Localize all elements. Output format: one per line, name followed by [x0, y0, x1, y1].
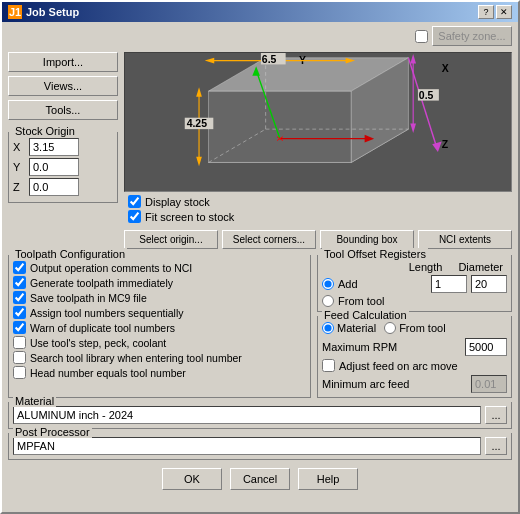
- y-label: Y: [13, 161, 25, 173]
- tools-button[interactable]: Tools...: [8, 100, 118, 120]
- safety-zone-button[interactable]: Safety zone...: [432, 26, 512, 46]
- add-radio[interactable]: [322, 278, 334, 290]
- svg-text:Z: Z: [442, 139, 449, 150]
- toolpath-checkbox-2[interactable]: [13, 291, 26, 304]
- toolpath-item-6: Search tool library when entering tool n…: [13, 351, 306, 364]
- material-group-label: Material: [13, 395, 56, 407]
- from-tool-feed-label: From tool: [399, 322, 445, 334]
- nci-extents-button[interactable]: NCI extents: [418, 230, 512, 249]
- from-tool-feed-radio[interactable]: [384, 322, 396, 334]
- toolpath-checkbox-7[interactable]: [13, 366, 26, 379]
- toolpath-item-label-3: Assign tool numbers sequentially: [30, 307, 184, 319]
- feed-radio-row: Material From tool: [322, 322, 507, 334]
- fit-screen-checkbox[interactable]: [128, 210, 141, 223]
- x-input[interactable]: [29, 138, 79, 156]
- length-input[interactable]: [431, 275, 467, 293]
- x-coord-row: X: [13, 138, 113, 156]
- adjust-feed-label: Adjust feed on arc move: [339, 360, 458, 372]
- z-label: Z: [13, 181, 25, 193]
- fit-screen-label: Fit screen to stock: [145, 211, 234, 223]
- feed-calc-group: Feed Calculation Material From tool Maxi…: [317, 316, 512, 398]
- toolpath-item-7: Head number equals tool number: [13, 366, 306, 379]
- select-corners-button[interactable]: Select corners...: [222, 230, 316, 249]
- safety-zone-checkbox[interactable]: [415, 30, 428, 43]
- toolpath-checkbox-3[interactable]: [13, 306, 26, 319]
- right-configs: Tool Offset Registers Length Diameter Ad…: [317, 255, 512, 398]
- toolpath-checkbox-1[interactable]: [13, 276, 26, 289]
- app-icon: J1: [8, 5, 22, 19]
- toolpath-item-label-2: Save toolpath in MC9 file: [30, 292, 147, 304]
- main-content: Import... Views... Tools... Stock Origin…: [2, 46, 518, 255]
- bounding-box-button[interactable]: Bounding box: [320, 230, 414, 249]
- material-input[interactable]: [13, 406, 481, 424]
- select-origin-button[interactable]: Select origin...: [124, 230, 218, 249]
- title-bar-left: J1 Job Setup: [8, 5, 79, 19]
- svg-text:X: X: [442, 63, 449, 74]
- toolpath-item-label-5: Use tool's step, peck, coolant: [30, 337, 166, 349]
- adjust-feed-checkbox[interactable]: [322, 359, 335, 372]
- toolpath-checkbox-4[interactable]: [13, 321, 26, 334]
- max-rpm-label: Maximum RPM: [322, 341, 397, 353]
- offset-headers: Length Diameter: [322, 261, 507, 273]
- toolpath-checkbox-6[interactable]: [13, 351, 26, 364]
- fit-screen-row: Fit screen to stock: [128, 210, 512, 223]
- material-input-row: ...: [13, 406, 507, 424]
- toolpath-item-1: Generate toolpath immediately: [13, 276, 306, 289]
- material-label: Material: [337, 322, 376, 334]
- length-header: Length: [409, 261, 443, 273]
- tool-offset-label: Tool Offset Registers: [322, 248, 428, 260]
- tool-offset-group: Tool Offset Registers Length Diameter Ad…: [317, 255, 512, 312]
- material-dots-button[interactable]: ...: [485, 406, 507, 424]
- display-stock-checkbox[interactable]: [128, 195, 141, 208]
- material-radio[interactable]: [322, 322, 334, 334]
- toolpath-checkbox-0[interactable]: [13, 261, 26, 274]
- ok-button[interactable]: OK: [162, 468, 222, 490]
- svg-text:4.25: 4.25: [187, 118, 208, 129]
- toolpath-checkbox-5[interactable]: [13, 336, 26, 349]
- max-rpm-input[interactable]: [465, 338, 507, 356]
- display-stock-row: Display stock: [128, 195, 512, 208]
- toolpath-items: Output operation comments to NCIGenerate…: [13, 261, 306, 379]
- z-coord-row: Z: [13, 178, 113, 196]
- two-col-section: Toolpath Configuration Output operation …: [8, 255, 512, 398]
- min-arc-row: Minimum arc feed: [322, 375, 507, 393]
- cancel-button[interactable]: Cancel: [230, 468, 290, 490]
- import-button[interactable]: Import...: [8, 52, 118, 72]
- toolpath-config-label: Toolpath Configuration: [13, 248, 127, 260]
- help-title-btn[interactable]: ?: [478, 5, 494, 19]
- toolpath-item-0: Output operation comments to NCI: [13, 261, 306, 274]
- views-button[interactable]: Views...: [8, 76, 118, 96]
- toolpath-item-3: Assign tool numbers sequentially: [13, 306, 306, 319]
- post-processor-input[interactable]: [13, 437, 481, 455]
- title-buttons: ? ✕: [478, 5, 512, 19]
- from-tool-feed-container: From tool: [384, 322, 445, 334]
- close-title-btn[interactable]: ✕: [496, 5, 512, 19]
- from-tool-label: From tool: [338, 295, 384, 307]
- min-arc-feed-label: Minimum arc feed: [322, 378, 409, 390]
- post-processor-label: Post Processor: [13, 426, 92, 438]
- help-button[interactable]: Help: [298, 468, 358, 490]
- z-input[interactable]: [29, 178, 79, 196]
- svg-marker-2: [209, 91, 352, 162]
- action-buttons-row: Select origin... Select corners... Bound…: [124, 230, 512, 249]
- y-input[interactable]: [29, 158, 79, 176]
- from-tool-radio[interactable]: [322, 295, 334, 307]
- diameter-input[interactable]: [471, 275, 507, 293]
- toolpath-item-label-0: Output operation comments to NCI: [30, 262, 192, 274]
- toolpath-item-4: Warn of duplicate tool numbers: [13, 321, 306, 334]
- toolpath-config-group: Toolpath Configuration Output operation …: [8, 255, 311, 398]
- post-processor-group: Post Processor ...: [8, 433, 512, 460]
- material-group: Material ...: [8, 402, 512, 429]
- x-label: X: [13, 141, 25, 153]
- toolpath-item-label-6: Search tool library when entering tool n…: [30, 352, 242, 364]
- min-arc-feed-input[interactable]: [471, 375, 507, 393]
- viewport: Y X Z 4.25: [124, 52, 512, 192]
- viewport-options: Display stock Fit screen to stock: [124, 195, 512, 223]
- job-setup-window: J1 Job Setup ? ✕ Safety zone... Import..…: [0, 0, 520, 514]
- post-processor-dots-button[interactable]: ...: [485, 437, 507, 455]
- bottom-buttons: OK Cancel Help: [8, 468, 512, 490]
- display-stock-label: Display stock: [145, 196, 210, 208]
- adjust-feed-row: Adjust feed on arc move: [322, 359, 507, 372]
- y-coord-row: Y: [13, 158, 113, 176]
- svg-text:0.5: 0.5: [419, 90, 434, 101]
